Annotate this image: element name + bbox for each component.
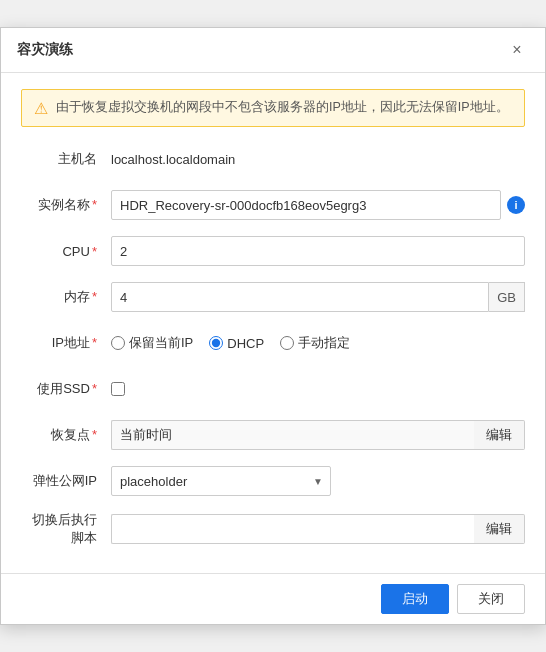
recovery-edit-button[interactable]: 编辑 — [474, 420, 525, 450]
recovery-label: 恢复点* — [21, 426, 111, 444]
ip-label: IP地址* — [21, 334, 111, 352]
memory-label: 内存* — [21, 288, 111, 306]
close-icon[interactable]: × — [505, 38, 529, 62]
ip-radio-group: 保留当前IP DHCP 手动指定 — [111, 334, 525, 352]
required-star-recovery: * — [92, 427, 97, 442]
ip-option-keep[interactable]: 保留当前IP — [111, 334, 193, 352]
required-star-memory: * — [92, 289, 97, 304]
recovery-input-wrapper: 编辑 — [111, 420, 525, 450]
dialog-footer: 启动 关闭 — [1, 573, 545, 624]
dialog-title: 容灾演练 — [17, 41, 73, 59]
cpu-row: CPU* — [21, 235, 525, 267]
memory-suffix: GB — [489, 282, 525, 312]
ip-radio-manual[interactable] — [280, 336, 294, 350]
cpu-label: CPU* — [21, 244, 111, 259]
memory-row: 内存* GB — [21, 281, 525, 313]
recovery-input — [111, 420, 474, 450]
script-edit-button[interactable]: 编辑 — [474, 514, 525, 544]
info-icon[interactable]: i — [507, 196, 525, 214]
required-star-ip: * — [92, 335, 97, 350]
eip-label: 弹性公网IP — [21, 472, 111, 490]
close-button[interactable]: 关闭 — [457, 584, 525, 614]
instance-input-wrapper: i — [111, 190, 525, 220]
script-input-wrapper: 编辑 — [111, 514, 525, 544]
ip-option-dhcp[interactable]: DHCP — [209, 336, 264, 351]
ip-radio-keep[interactable] — [111, 336, 125, 350]
eip-select-wrapper: placeholder ▼ — [111, 466, 331, 496]
dialog: 容灾演练 × ⚠ 由于恢复虚拟交换机的网段中不包含该服务器的IP地址，因此无法保… — [0, 27, 546, 625]
ip-option-keep-label: 保留当前IP — [129, 334, 193, 352]
cpu-input[interactable] — [111, 236, 525, 266]
ip-row: IP地址* 保留当前IP DHCP 手动指定 — [21, 327, 525, 359]
instance-row: 实例名称* i — [21, 189, 525, 221]
required-star-ssd: * — [92, 381, 97, 396]
ip-option-dhcp-label: DHCP — [227, 336, 264, 351]
ip-option-manual-label: 手动指定 — [298, 334, 350, 352]
script-input[interactable] — [111, 514, 474, 544]
required-star-cpu: * — [92, 244, 97, 259]
alert-text: 由于恢复虚拟交换机的网段中不包含该服务器的IP地址，因此无法保留IP地址。 — [56, 98, 509, 117]
eip-row: 弹性公网IP placeholder ▼ — [21, 465, 525, 497]
start-button[interactable]: 启动 — [381, 584, 449, 614]
ip-radio-dhcp[interactable] — [209, 336, 223, 350]
ip-option-manual[interactable]: 手动指定 — [280, 334, 350, 352]
script-row: 切换后执行脚本 编辑 — [21, 511, 525, 547]
hostname-label: 主机名 — [21, 150, 111, 168]
alert-icon: ⚠ — [34, 99, 48, 118]
ssd-checkbox[interactable] — [111, 382, 125, 396]
required-star: * — [92, 197, 97, 212]
dialog-body: ⚠ 由于恢复虚拟交换机的网段中不包含该服务器的IP地址，因此无法保留IP地址。 … — [1, 73, 545, 573]
ssd-label: 使用SSD* — [21, 380, 111, 398]
script-label: 切换后执行脚本 — [21, 511, 111, 547]
ssd-row: 使用SSD* — [21, 373, 525, 405]
hostname-value: localhost.localdomain — [111, 152, 235, 167]
recovery-row: 恢复点* 编辑 — [21, 419, 525, 451]
alert-box: ⚠ 由于恢复虚拟交换机的网段中不包含该服务器的IP地址，因此无法保留IP地址。 — [21, 89, 525, 127]
instance-name-input[interactable] — [111, 190, 501, 220]
instance-label: 实例名称* — [21, 196, 111, 214]
eip-select[interactable]: placeholder — [111, 466, 331, 496]
memory-input[interactable] — [111, 282, 489, 312]
dialog-titlebar: 容灾演练 × — [1, 28, 545, 73]
memory-input-wrapper: GB — [111, 282, 525, 312]
hostname-row: 主机名 localhost.localdomain — [21, 143, 525, 175]
